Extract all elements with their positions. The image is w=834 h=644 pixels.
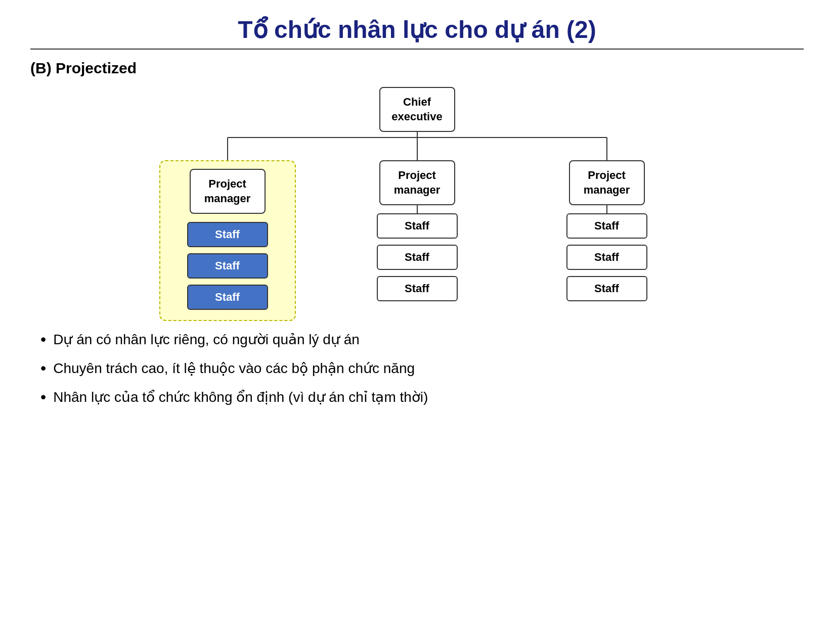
staff-2-3: Staff (377, 276, 458, 301)
bullet-text-2: Chuyên trách cao, ít lệ thuộc vào các bộ… (53, 358, 415, 378)
pm-box-2: Project manager (379, 160, 455, 205)
title-divider (30, 49, 804, 50)
section-label: (B) Projectized (30, 60, 804, 77)
bullet-dot-2: • (40, 358, 46, 378)
pm1-line1: Project (208, 177, 246, 190)
org-chart: Chief executive Project manager Staff St… (139, 82, 695, 325)
staff-2-2: Staff (377, 245, 458, 270)
staff-1-3: Staff (187, 285, 268, 310)
chief-executive-node: Chief executive (379, 87, 455, 132)
pm-box-3: Project manager (569, 160, 645, 205)
bullet-item-1: • Dự án có nhân lực riêng, có người quản… (40, 330, 794, 349)
pm1-line2: manager (204, 192, 251, 205)
chief-line2: executive (391, 110, 442, 123)
pm2-line1: Project (398, 169, 436, 181)
pm-col-1: Project manager Staff Staff Staff (159, 160, 296, 321)
chief-executive-box: Chief executive (379, 87, 455, 132)
chief-line1: Chief (403, 96, 431, 108)
page: Tổ chức nhân lực cho dự án (2) (B) Proje… (0, 0, 834, 644)
pm-col-2: Project manager Staff Staff Staff (349, 160, 486, 301)
staff-2-1: Staff (377, 213, 458, 239)
staff-list-2: Staff Staff Staff (349, 213, 486, 301)
pm2-line2: manager (394, 183, 441, 196)
staff-3-1: Staff (566, 213, 647, 239)
bullet-list: • Dự án có nhân lực riêng, có người quản… (30, 330, 804, 417)
bullet-text-1: Dự án có nhân lực riêng, có người quản l… (53, 330, 360, 349)
staff-3-3: Staff (566, 276, 647, 301)
bullet-text-3: Nhân lực của tổ chức không ổn định (vì d… (53, 387, 428, 407)
staff-list-3: Staff Staff Staff (539, 213, 675, 301)
staff-1-2: Staff (187, 253, 268, 279)
page-title: Tổ chức nhân lực cho dự án (2) (30, 15, 804, 43)
staff-list-1: Staff Staff Staff (170, 222, 285, 310)
bullet-item-3: • Nhân lực của tổ chức không ổn định (vì… (40, 387, 794, 407)
staff-3-2: Staff (566, 245, 647, 270)
pm3-line2: manager (584, 183, 630, 196)
bullet-item-2: • Chuyên trách cao, ít lệ thuộc vào các … (40, 358, 794, 378)
pm3-line1: Project (588, 169, 626, 181)
pm-col-3: Project manager Staff Staff Staff (539, 160, 675, 301)
bullet-dot-1: • (40, 330, 46, 349)
staff-1-1: Staff (187, 222, 268, 247)
bullet-dot-3: • (40, 387, 46, 406)
pm-box-1: Project manager (190, 169, 266, 214)
